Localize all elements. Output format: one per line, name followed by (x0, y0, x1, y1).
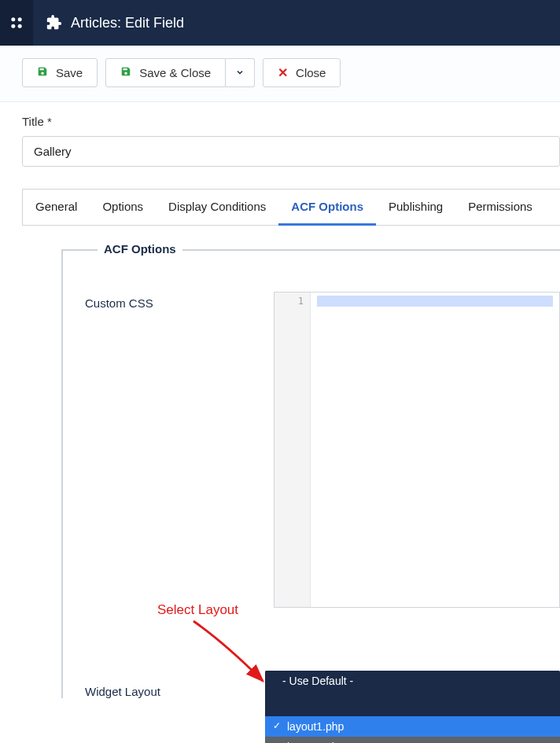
toolbar: Save Save & Close ✕ Close (0, 46, 560, 102)
tab-permissions[interactable]: Permissions (455, 189, 545, 225)
page-title-text: Articles: Edit Field (71, 15, 184, 31)
save-close-dropdown-toggle[interactable] (226, 58, 255, 87)
dropdown-group-default[interactable]: - Use Default - (265, 671, 560, 716)
widget-layout-dropdown[interactable]: - Use Default - layout1.php layout2.php (265, 671, 560, 743)
save-label: Save (56, 66, 83, 79)
save-icon (37, 66, 48, 79)
tab-panel: ACF Options Custom CSS 1 Widget Layout (22, 226, 560, 698)
puzzle-icon (46, 14, 63, 31)
annotation-select-layout: Select Layout (157, 602, 238, 618)
save-button[interactable]: Save (22, 58, 98, 87)
dropdown-option-layout1[interactable]: layout1.php (265, 716, 560, 737)
svg-point-2 (11, 24, 15, 28)
svg-point-3 (18, 24, 22, 28)
editor-active-line (317, 296, 553, 307)
page-title: Articles: Edit Field (33, 0, 184, 46)
tab-options[interactable]: Options (90, 189, 156, 225)
tab-publishing[interactable]: Publishing (376, 189, 455, 225)
svg-point-0 (11, 17, 15, 21)
content-area: Title * General Options Display Conditio… (0, 102, 560, 698)
title-input[interactable] (22, 136, 560, 167)
joomla-logo[interactable] (0, 0, 33, 46)
acf-options-fieldset: ACF Options Custom CSS 1 Widget Layout (61, 249, 560, 698)
close-button[interactable]: ✕ Close (263, 58, 341, 87)
editor-gutter: 1 (274, 292, 311, 607)
chevron-down-icon (235, 66, 245, 79)
save-close-group: Save & Close (105, 58, 255, 87)
tab-general[interactable]: General (23, 189, 90, 225)
tab-acf-options[interactable]: ACF Options (278, 189, 376, 226)
svg-point-1 (18, 17, 22, 21)
app-header: Articles: Edit Field (0, 0, 560, 46)
tab-display-conditions[interactable]: Display Conditions (156, 189, 278, 225)
save-close-button[interactable]: Save & Close (105, 58, 226, 87)
close-icon: ✕ (278, 65, 288, 80)
close-label: Close (296, 66, 326, 79)
title-label: Title * (22, 115, 560, 128)
fieldset-legend: ACF Options (98, 242, 182, 256)
custom-css-editor[interactable]: 1 (274, 292, 560, 608)
editor-body[interactable] (311, 292, 559, 607)
custom-css-row: Custom CSS 1 (85, 292, 560, 608)
line-number: 1 (281, 296, 304, 307)
joomla-icon (9, 15, 24, 31)
custom-css-label: Custom CSS (85, 292, 274, 310)
dropdown-option-layout2[interactable]: layout2.php (265, 737, 560, 743)
tabs: General Options Display Conditions ACF O… (22, 189, 560, 226)
save-close-label: Save & Close (139, 66, 211, 79)
save-icon (120, 66, 131, 79)
widget-layout-label: Widget Layout (85, 680, 274, 698)
